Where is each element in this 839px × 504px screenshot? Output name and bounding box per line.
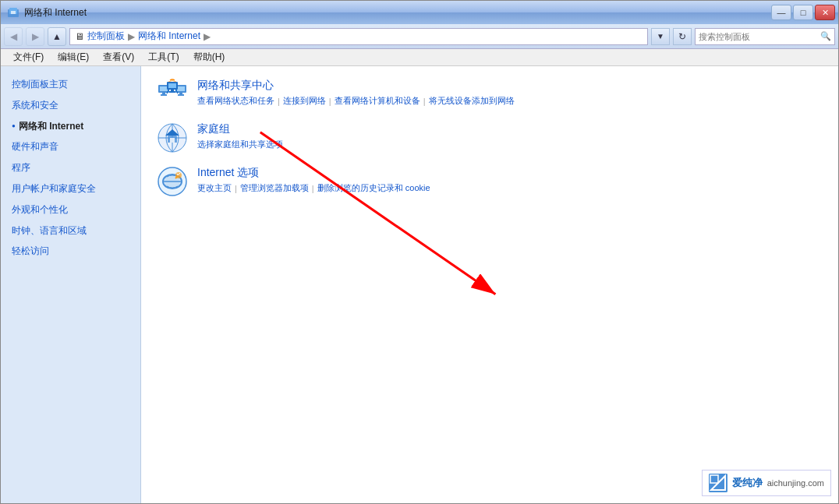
address-box[interactable]: 🖥 控制面板 ▶ 网络和 Internet ▶ <box>69 28 648 45</box>
internet-options-icon <box>157 166 188 197</box>
network-sep-0: | <box>278 97 280 106</box>
sidebar-item-network[interactable]: 网络和 Internet <box>1 116 140 137</box>
network-link-2[interactable]: 查看网络计算机和设备 <box>335 95 420 107</box>
internet-options-item: Internet 选项 更改主页 | 管理浏览器加载项 | 删除浏览的历史记录和… <box>157 166 823 197</box>
main-window: 网络和 Internet — □ ✕ ◀ ▶ ▲ 🖥 控制面板 ▶ 网络和 In… <box>0 0 839 504</box>
svg-rect-2 <box>11 11 16 14</box>
titlebar-controls: — □ ✕ <box>771 5 835 20</box>
address-sep-2: ▶ <box>204 31 211 42</box>
homegroup-title[interactable]: 家庭组 <box>197 122 823 136</box>
internet-options-title[interactable]: Internet 选项 <box>197 166 823 180</box>
up-button[interactable]: ▲ <box>48 27 66 46</box>
sidebar-item-programs[interactable]: 程序 <box>1 157 140 178</box>
back-button[interactable]: ◀ <box>4 27 23 46</box>
titlebar-icon <box>7 6 19 19</box>
watermark: 爱纯净 aichunjing.com <box>702 470 831 496</box>
addressbar: ◀ ▶ ▲ 🖥 控制面板 ▶ 网络和 Internet ▶ ▼ ↻ 🔍 <box>1 24 838 49</box>
svg-rect-22 <box>170 138 175 143</box>
watermark-domain: aichunjing.com <box>767 478 824 488</box>
internet-link-0[interactable]: 更改主页 <box>197 182 232 194</box>
svg-rect-10 <box>178 94 184 96</box>
menubar: 文件(F) 编辑(E) 查看(V) 工具(T) 帮助(H) <box>1 49 838 66</box>
internet-options-links: 更改主页 | 管理浏览器加载项 | 删除浏览的历史记录和 cookie <box>197 182 823 194</box>
sidebar: 控制面板主页 系统和安全 网络和 Internet 硬件和声音 程序 用户帐户和… <box>1 66 141 503</box>
search-input[interactable] <box>699 32 817 41</box>
search-icon[interactable]: 🔍 <box>820 31 831 41</box>
address-sep-1: ▶ <box>128 31 135 42</box>
svg-rect-8 <box>177 86 185 91</box>
internet-sep-1: | <box>312 184 314 193</box>
titlebar-left: 网络和 Internet <box>7 6 87 19</box>
menu-tools[interactable]: 工具(T) <box>142 49 185 65</box>
svg-rect-9 <box>179 93 182 94</box>
refresh-button[interactable]: ↻ <box>673 28 692 45</box>
sidebar-item-clock[interactable]: 时钟、语言和区域 <box>1 220 140 241</box>
address-path-1: 控制面板 <box>87 30 125 43</box>
svg-rect-5 <box>162 93 165 94</box>
internet-sep-0: | <box>235 184 237 193</box>
network-link-3[interactable]: 将无线设备添加到网络 <box>429 95 515 107</box>
sidebar-item-accounts[interactable]: 用户帐户和家庭安全 <box>1 178 140 199</box>
forward-button[interactable]: ▶ <box>26 27 44 46</box>
menu-file[interactable]: 文件(F) <box>7 49 50 65</box>
titlebar-title: 网络和 Internet <box>24 6 87 19</box>
menu-help[interactable]: 帮助(H) <box>187 49 232 65</box>
svg-rect-14 <box>169 91 175 93</box>
homegroup-icon <box>157 122 188 153</box>
svg-rect-4 <box>160 86 168 91</box>
network-sharing-links: 查看网络状态和任务 | 连接到网络 | 查看网络计算机和设备 | 将无线设备添加… <box>197 95 823 107</box>
svg-rect-6 <box>161 94 167 96</box>
homegroup-item: 家庭组 选择家庭组和共享选项 <box>157 122 823 153</box>
search-box[interactable]: 🔍 <box>695 28 835 45</box>
sidebar-item-hardware[interactable]: 硬件和声音 <box>1 136 140 157</box>
address-dropdown[interactable]: ▼ <box>651 28 670 45</box>
internet-link-2[interactable]: 删除浏览的历史记录和 cookie <box>317 182 430 194</box>
homegroup-content: 家庭组 选择家庭组和共享选项 <box>197 122 823 150</box>
sidebar-item-system[interactable]: 系统和安全 <box>1 95 140 116</box>
sidebar-item-home[interactable]: 控制面板主页 <box>1 74 140 95</box>
network-sharing-icon <box>157 79 188 110</box>
watermark-text: 爱纯净 <box>732 476 763 490</box>
network-sharing-title[interactable]: 网络和共享中心 <box>197 79 823 93</box>
minimize-button[interactable]: — <box>771 5 791 20</box>
svg-rect-13 <box>171 90 174 91</box>
sidebar-item-ease[interactable]: 轻松访问 <box>1 241 140 262</box>
network-sep-1: | <box>329 97 331 106</box>
network-sharing-item: 网络和共享中心 查看网络状态和任务 | 连接到网络 | 查看网络计算机和设备 |… <box>157 79 823 110</box>
address-path-2: 网络和 Internet <box>138 30 200 43</box>
network-sharing-content: 网络和共享中心 查看网络状态和任务 | 连接到网络 | 查看网络计算机和设备 |… <box>197 79 823 107</box>
main-panel: 网络和共享中心 查看网络状态和任务 | 连接到网络 | 查看网络计算机和设备 |… <box>141 66 838 503</box>
homegroup-link-0[interactable]: 选择家庭组和共享选项 <box>197 139 283 150</box>
maximize-button[interactable]: □ <box>793 5 813 20</box>
titlebar: 网络和 Internet — □ ✕ <box>1 1 838 24</box>
main-wrapper: 网络和共享中心 查看网络状态和任务 | 连接到网络 | 查看网络计算机和设备 |… <box>141 66 838 503</box>
svg-point-27 <box>175 172 182 178</box>
content-area: 控制面板主页 系统和安全 网络和 Internet 硬件和声音 程序 用户帐户和… <box>1 66 838 503</box>
address-icon: 🖥 <box>75 31 84 42</box>
menu-edit[interactable]: 编辑(E) <box>51 49 95 65</box>
homegroup-links: 选择家庭组和共享选项 <box>197 139 823 150</box>
network-link-0[interactable]: 查看网络状态和任务 <box>197 95 274 107</box>
internet-options-content: Internet 选项 更改主页 | 管理浏览器加载项 | 删除浏览的历史记录和… <box>197 166 823 194</box>
network-sep-2: | <box>423 97 426 106</box>
close-button[interactable]: ✕ <box>815 5 835 20</box>
network-link-1[interactable]: 连接到网络 <box>283 95 326 107</box>
internet-link-1[interactable]: 管理浏览器加载项 <box>240 182 309 194</box>
sidebar-item-appearance[interactable]: 外观和个性化 <box>1 199 140 220</box>
watermark-logo <box>709 474 727 492</box>
menu-view[interactable]: 查看(V) <box>97 49 140 65</box>
svg-rect-12 <box>168 83 176 88</box>
